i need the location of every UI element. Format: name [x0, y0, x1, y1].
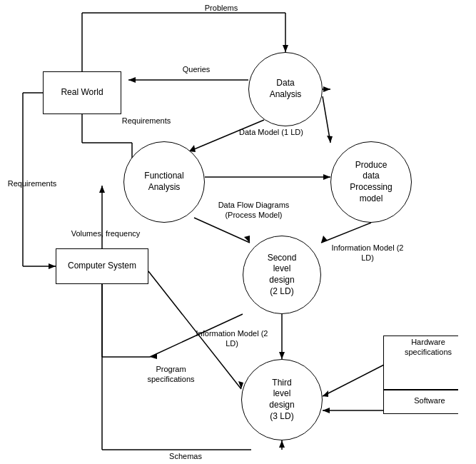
- svg-marker-29: [99, 186, 105, 193]
- second-level-node: Secondleveldesign(2 LD): [243, 236, 321, 314]
- software-box-divider: [383, 389, 458, 390]
- computer-system-node: Computer System: [56, 248, 148, 284]
- svg-marker-3: [283, 45, 288, 52]
- svg-line-14: [323, 96, 330, 143]
- svg-marker-5: [128, 77, 136, 83]
- program-spec-label: Program specifications: [137, 364, 205, 385]
- data-flow-label: Data Flow Diagrams (Process Model): [213, 200, 295, 221]
- svg-marker-35: [323, 390, 328, 397]
- volumes-freq-label: Volumes, frequency: [63, 228, 148, 238]
- third-level-label: Thirdleveldesign(3 LD): [269, 378, 294, 422]
- requirements2-label: Requirements: [0, 178, 64, 188]
- produce-data-label: ProducedataProcessingmodel: [350, 160, 392, 204]
- produce-data-node: ProducedataProcessingmodel: [330, 141, 412, 223]
- svg-marker-21: [321, 236, 328, 243]
- data-analysis-node: DataAnalysis: [248, 52, 323, 126]
- svg-marker-15: [327, 136, 333, 143]
- computer-system-label: Computer System: [68, 261, 136, 272]
- functional-analysis-label: FunctionalAnalysis: [144, 171, 183, 193]
- requirements1-label: Requirements: [111, 116, 182, 126]
- svg-line-18: [194, 218, 250, 243]
- hw-spec-label: Hardware specifications: [389, 337, 467, 358]
- data-model-label: Data Model (1 LD): [225, 127, 318, 137]
- svg-marker-37: [323, 408, 330, 413]
- problems-label: Problems: [193, 3, 250, 13]
- queries-label: Queries: [171, 64, 221, 74]
- second-level-label: Secondleveldesign(2 LD): [268, 253, 297, 297]
- svg-marker-41: [150, 353, 157, 359]
- schemas-label: Schemas: [157, 451, 214, 461]
- data-analysis-label: DataAnalysis: [270, 78, 302, 100]
- svg-marker-17: [323, 174, 330, 180]
- svg-marker-33: [279, 440, 285, 448]
- svg-marker-23: [279, 352, 285, 359]
- svg-line-20: [321, 223, 371, 243]
- info-model2-label: Information Model (2 LD): [193, 328, 271, 349]
- real-world-label: Real World: [61, 87, 103, 99]
- diagram: Real World Computer System DataAnalysis …: [0, 0, 476, 464]
- svg-marker-19: [244, 236, 250, 243]
- real-world-node: Real World: [43, 71, 121, 114]
- svg-line-34: [323, 364, 385, 396]
- functional-analysis-node: FunctionalAnalysis: [123, 141, 205, 223]
- svg-marker-13: [323, 86, 330, 92]
- third-level-node: Thirdleveldesign(3 LD): [241, 359, 323, 440]
- software-label: Software: [390, 395, 469, 405]
- svg-marker-27: [49, 263, 56, 269]
- info-model1-label: Information Model (2 LD): [328, 243, 407, 263]
